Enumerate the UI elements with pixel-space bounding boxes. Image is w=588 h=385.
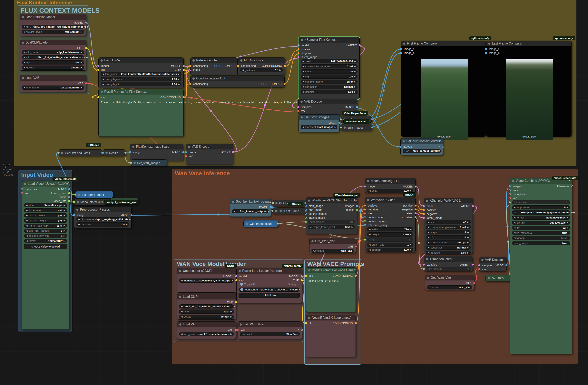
widget-pix-fmt[interactable]: ◀pix_fmtyuv420p10le▶ — [510, 221, 572, 226]
combo-batch_size[interactable]: ◀batch_size1▶ — [367, 243, 413, 247]
get-last-frame[interactable]: Get Last Frame — [273, 207, 306, 214]
decrement-arrow[interactable]: ◀ — [26, 214, 27, 217]
negatif-prompt[interactable]: Negatif (cfg:1.0 keep empty)clipCONDITIO… — [306, 315, 356, 357]
combo-un ...[interactable]: ◀un ...flux1-dev-kontext_fp8_scaled.safe… — [22, 25, 84, 29]
decrement-arrow[interactable]: ◀ — [369, 233, 370, 236]
input-dot-meta_batch[interactable] — [509, 193, 511, 195]
node-collapse-dot[interactable] — [132, 146, 134, 148]
node-header[interactable]: Set_Wan_Vae — [238, 322, 302, 327]
increment-arrow[interactable]: ▶ — [232, 279, 233, 282]
vae-decode-wan[interactable]: VAE DecodesamplesIMAGEvae — [479, 257, 506, 272]
increment-arrow[interactable]: ▶ — [178, 73, 180, 75]
lora-row[interactable]: Wan\control_lora\Wan21_CausVid_...◀0.50▶ — [238, 288, 300, 292]
combo-shift[interactable]: ◀shift3.00▶ — [367, 189, 413, 193]
widget-trim-amount[interactable]: trim_amount0 — [424, 267, 473, 272]
widget-sampler-name[interactable]: ◀sampler_nameuni_pc▶ — [424, 240, 473, 245]
output-dot-VAE[interactable] — [85, 82, 87, 84]
combo-Con ...[interactable]: Con ...flux_kontext_outputs — [403, 149, 441, 153]
widget-umt5-xxl-fp8-e4m3fn-scaled-safete-[interactable]: ◀umt5_xxl_fp8_e4m3fn_scaled.safete ...▶ — [177, 304, 236, 309]
input-dot-vae[interactable] — [297, 110, 299, 112]
output-dot-CONDITIONING[interactable] — [355, 275, 357, 277]
increment-arrow[interactable]: ▶ — [352, 226, 353, 228]
input-dot-control_video[interactable] — [364, 216, 366, 218]
button-choose-video-to-upload[interactable]: choose video to upload — [24, 244, 67, 249]
combo-skip_first_frames[interactable]: ◀skip_first_frames0▶ — [24, 229, 67, 233]
combo-value[interactable]: ◀umt5_xxl_fp8_e4m3fn_scaled.safete ...▶ — [179, 304, 234, 309]
input-dot-meta_batch[interactable] — [21, 188, 23, 190]
load-lora[interactable]: Load LoRAmodelMODELclipCLIP◀lora_nameFlu… — [98, 57, 184, 88]
input-dot[interactable] — [272, 202, 274, 204]
input-dot-model[interactable] — [235, 275, 237, 277]
output-dot-VAE[interactable] — [355, 246, 357, 248]
decrement-arrow[interactable]: ◀ — [23, 31, 25, 33]
combo-steps[interactable]: ◀steps8▶ — [426, 230, 471, 234]
widget-ckpt-name[interactable]: ◀ckpt_namedepth_anything_vitl14.pth▶ — [74, 217, 131, 222]
node-header[interactable]: Positif Prompt for Flux Kontext — [99, 89, 184, 94]
flux-kontext-image-scale[interactable]: FluxKontextImageScaleimageIMAGE — [130, 144, 183, 161]
output-dot-MODEL[interactable] — [85, 22, 87, 23]
output-dot-MODEL[interactable] — [301, 275, 303, 277]
decrement-arrow[interactable]: ◀ — [23, 51, 25, 54]
input-dot-pixels[interactable] — [185, 151, 187, 153]
decrement-arrow[interactable]: ◀ — [26, 224, 27, 227]
decrement-arrow[interactable]: ◀ — [242, 69, 244, 71]
widget-num-frames[interactable]: num_frames81 — [306, 220, 357, 225]
increment-arrow[interactable]: ▶ — [81, 86, 82, 89]
video-combine[interactable]: Video Combine ✇ⓋⒽⓈ?imagesFilenamesaudiom… — [510, 178, 572, 354]
node-collapse-dot[interactable] — [246, 223, 248, 225]
input-dot-vae[interactable] — [364, 212, 366, 214]
increment-arrow[interactable]: ▶ — [234, 305, 235, 308]
widget-steps[interactable]: ◀steps20▶ — [299, 69, 359, 74]
combo-seed[interactable]: ◀seed42▶ — [426, 220, 471, 224]
reference-latent[interactable]: ReferenceLatentconditioningCONDITIONINGl… — [190, 57, 238, 75]
node-header[interactable]: Preprocessor Passes — [74, 207, 131, 212]
increment-arrow[interactable]: ▶ — [467, 246, 469, 249]
node-header[interactable]: Get_Wan_Vae — [310, 238, 356, 244]
combo-Constant[interactable]: ConstantWan_Vae — [312, 249, 354, 253]
increment-arrow[interactable]: ▶ — [354, 70, 356, 73]
increment-arrow[interactable]: ▶ — [231, 333, 232, 335]
widget-clip-n-[interactable]: ◀clip_n ...t5xxl_fp8_e4m3fn_scaled.safet… — [20, 55, 86, 60]
input-dot-VAE[interactable] — [237, 329, 238, 331]
input-dot-samples[interactable] — [423, 264, 425, 266]
unet-loader-gguf[interactable]: Unet Loader (GGUF)MODEL◀wan\Wan2.1-VACE-… — [177, 268, 236, 293]
node-collapse-dot[interactable] — [367, 199, 369, 201]
widget-type[interactable]: ◀typewan▶ — [177, 309, 236, 314]
widget-constant[interactable]: ConstantWan_Vae — [425, 285, 474, 290]
input-dot-audio[interactable] — [509, 189, 511, 191]
widget-format[interactable]: ◀formatAnimateDiff▶ — [22, 239, 69, 244]
input-dot-conditioning[interactable] — [189, 65, 191, 67]
input-dot-start_image[interactable] — [305, 205, 307, 207]
input-dot-image[interactable] — [129, 151, 131, 153]
input-dot-latent[interactable] — [189, 69, 191, 71]
node-header[interactable]: Negatif (cfg:1.0 keep empty) — [306, 315, 356, 320]
node-collapse-dot[interactable] — [22, 77, 24, 79]
combo-length[interactable]: length81 — [367, 238, 413, 242]
node-header[interactable]: WanVideo VACE Start To End Frame? — [306, 198, 357, 203]
node-header[interactable]: VAE Decode — [298, 99, 357, 104]
node-header[interactable]: TrimVideoLatent — [424, 256, 473, 262]
decrement-arrow[interactable]: ◀ — [26, 209, 27, 212]
decrement-arrow[interactable]: ◀ — [26, 240, 27, 242]
combo-loop_count[interactable]: ◀loop_count0▶ — [512, 205, 570, 209]
widget-save-output[interactable]: save_outputtrue — [510, 241, 572, 246]
decrement-arrow[interactable]: ◀ — [23, 56, 25, 59]
increment-arrow[interactable]: ▶ — [467, 236, 469, 239]
widget-vae-name[interactable]: ◀vae_nameae.safetensors▶ — [20, 85, 86, 91]
decrement-arrow[interactable]: ◀ — [26, 229, 27, 232]
node-header[interactable]: Load Diffusion Model — [20, 14, 86, 20]
decrement-arrow[interactable]: ◀ — [428, 236, 429, 239]
node-collapse-dot[interactable] — [238, 270, 241, 272]
decrement-arrow[interactable]: ◀ — [428, 221, 429, 223]
increment-arrow[interactable]: ▶ — [129, 218, 130, 221]
comfyui-graph-canvas[interactable]: Flux Kontext InferenceFLUX CONTEXT MODEL… — [0, 0, 588, 385]
decrement-arrow[interactable]: ◀ — [181, 310, 183, 313]
increment-arrow[interactable]: ▶ — [354, 75, 356, 78]
output-dot-CLIP[interactable] — [183, 69, 185, 71]
input-dot-negative[interactable] — [364, 208, 366, 210]
first-frame-comparer[interactable]: First Frame Comparerimage_aimage_bGoogle… — [401, 41, 486, 137]
input-dot-negative[interactable] — [297, 52, 299, 54]
input-dot[interactable] — [340, 127, 342, 129]
increment-arrow[interactable]: ▶ — [81, 51, 82, 54]
node-collapse-dot[interactable] — [488, 277, 490, 279]
